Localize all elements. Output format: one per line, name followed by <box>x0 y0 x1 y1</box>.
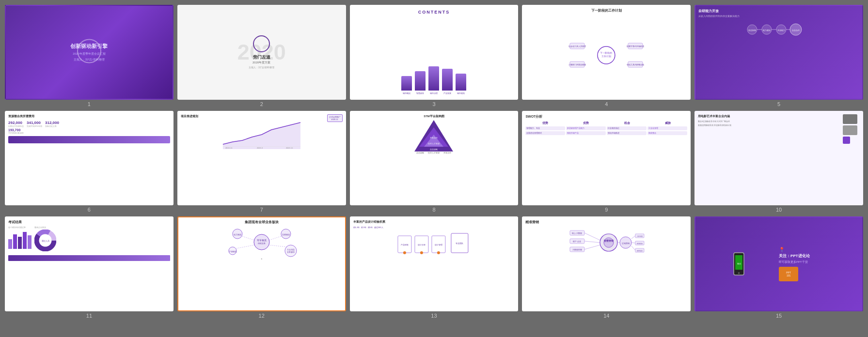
slide-6-wrapper: 资源整合类所需费用 292,000 以联合方告税年总 341,000 完成不到2… <box>5 111 174 213</box>
svg-text:2020.11: 2020.11 <box>286 147 293 149</box>
slide-12[interactable]: 集团现有全球业务版块 专车物流 传统业务 化工物流 互联物流 丁坝物流 大众消品… <box>177 216 346 311</box>
slide-3-bar-3 <box>428 66 439 91</box>
slide-10[interactable]: 用电影艺术丰富企业内涵 整合5位顶级名导与专大天学厂商合作 发掘启用新锐导演 开… <box>694 111 863 206</box>
svg-text:线下-企业: 线下-企业 <box>573 240 582 243</box>
slide-3-item-3: 城市治理 <box>428 66 439 94</box>
slide-3-wrapper: CONTENTS 城市概况 智慧政务 城市治理 <box>350 5 519 107</box>
svg-text:工作计划: 工作计划 <box>601 55 611 58</box>
svg-text:能力建设: 能力建设 <box>763 29 771 31</box>
slide-3-label-5: 城市规划 <box>457 92 465 94</box>
slide-2-author: 主报人：刘*总/资料整理 <box>249 66 274 69</box>
slide-2[interactable]: 2020 旁门左道 2020年度方案 主报人：刘*总/资料整理 <box>177 5 346 100</box>
slide-1-subtitle: 2020年度季年度会议汇报 <box>70 52 108 56</box>
slide-1-number: 1 <box>88 101 91 107</box>
svg-text:大样本量: 大样本量 <box>637 235 643 237</box>
svg-point-92 <box>738 272 740 274</box>
slide-9-wrapper: SWOT分析 优势 劣势 机会 威胁 管理能力、专业 多层级管理产品能力 行业领… <box>522 111 691 213</box>
slide-9-header-4: 威胁 <box>648 121 687 125</box>
slide-3-number: 3 <box>432 101 435 107</box>
slide-14-title: 精准营销 <box>525 220 687 225</box>
slide-3-items: 城市概况 智慧政务 城市治理 产业发展 <box>401 17 466 96</box>
slide-9-cell-7: 强化市场推进 <box>607 131 647 135</box>
slide-8[interactable]: STM平台架构图 品态战略 技术人才资源 开发合作 品态战略 技术人才资源 开发… <box>350 111 519 206</box>
slide-10-desc2: 发掘启用新锐导演 开启新导演培训计划 <box>698 124 843 126</box>
slide-2-subtitle: 2020年度方案 <box>249 61 274 65</box>
slide-grid: 创新驱动新引擎 2020年度季年度会议汇报 主报人：刘*总/资料整理 1 202… <box>5 5 863 319</box>
slide-4[interactable]: 下一阶段的工作计划 下一阶段的 工作计划 社会化工具人员管理 抓紧可替代市场机遇… <box>522 5 691 100</box>
slide-9-cell-4: 工业化管理 <box>647 126 687 130</box>
slide-5-content: 自研能力开放 从嵌入内部的软件到外供全案解决能力 初态探索 能力建设 开放能力 … <box>695 6 862 99</box>
slide-3-item-5: 城市规划 <box>456 74 466 94</box>
svg-line-50 <box>242 236 254 240</box>
slide-8-pyramid: 品态战略 技术人才资源 开发合作 <box>412 120 456 152</box>
slide-13-label-4: 超过500人 <box>374 226 383 229</box>
slide-9-title: SWOT分析 <box>525 114 687 119</box>
slide-9-cell-1: 管理能力、专业 <box>525 126 565 130</box>
slide-15-subtitle: 即可获取更多PPT干货 <box>779 260 859 264</box>
svg-text:专业团队: 专业团队 <box>455 242 463 245</box>
slide-11-donut: 通过人员 <box>34 230 56 251</box>
slide-7-title: 项目推进规划 <box>181 114 343 119</box>
slide-9[interactable]: SWOT分析 优势 劣势 机会 威胁 管理能力、专业 多层级管理产品能力 行业领… <box>522 111 691 206</box>
slide-7[interactable]: 项目推进规划 正式运营推广2020.11 2019.11 2020.3 2020… <box>177 111 346 206</box>
slide-5-title: 自研能力开放 <box>698 9 859 14</box>
slide-3[interactable]: CONTENTS 城市概况 智慧政务 城市治理 <box>350 5 519 100</box>
slide-15-title: 关注：PPT进化论 <box>779 253 859 259</box>
slide-15-wrapper: 微信 📍 关注：PPT进化论 即可获取更多PPT干货 PPT101 15 <box>694 216 863 319</box>
slide-14[interactable]: 精准营销 线上-大数据 线下-企业 大数据挖掘 智慧营销 泛域营销 <box>522 216 691 311</box>
svg-point-62 <box>437 251 440 254</box>
slide-3-item-2: 智慧政务 <box>415 71 426 94</box>
slide-12-number: 12 <box>259 313 265 319</box>
slide-12-content: 集团现有全球业务版块 专车物流 传统业务 化工物流 互联物流 丁坝物流 大众消品… <box>178 217 345 310</box>
svg-text:品态战略: 品态战略 <box>430 148 438 151</box>
slide-10-left: 用电影艺术丰富企业内涵 整合5位顶级名导与专大天学厂商合作 发掘启用新锐导演 开… <box>698 114 843 202</box>
slide-11-title: 考试结果 <box>8 220 170 225</box>
slide-8-labels: 品态战略 技术人才资源 开发合作 <box>416 152 451 154</box>
slide-11-bar-3 <box>18 237 22 249</box>
slide-9-number: 9 <box>605 207 608 213</box>
slide-15-phone-icon: 微信 <box>733 252 745 276</box>
slide-5-number: 5 <box>777 101 780 107</box>
svg-text:开发合作: 开发合作 <box>430 137 438 139</box>
slide-9-content: SWOT分析 优势 劣势 机会 威胁 管理能力、专业 多层级管理产品能力 行业领… <box>523 112 690 205</box>
slide-5[interactable]: 自研能力开放 从嵌入内部的软件到外供全案解决能力 初态探索 能力建设 开放能力 … <box>694 5 863 100</box>
slide-8-label-3: 开发合作 <box>443 152 451 154</box>
slide-13-label-2: 前3年 <box>361 226 366 229</box>
slide-10-content: 用电影艺术丰富企业内涵 整合5位顶级名导与专大天学厂商合作 发掘启用新锐导演 开… <box>695 112 862 205</box>
slide-11[interactable]: 考试结果 各个模块考试通过率 整体占比情况 <box>5 216 174 311</box>
slide-3-item-4: 产业发展 <box>442 69 453 94</box>
slide-8-content: STM平台架构图 品态战略 技术人才资源 开发合作 品态战略 技术人才资源 开发… <box>351 112 518 205</box>
slide-6-num-3: 312,000 实际法定义务 <box>45 121 59 127</box>
svg-text:传统业务: 传统业务 <box>258 242 266 245</box>
slide-2-title: 旁门左道 <box>249 54 274 61</box>
slide-2-number: 2 <box>260 101 263 107</box>
slide-1-inner: 创新驱动新引擎 2020年度季年度会议汇报 主报人：刘*总/资料整理 <box>70 43 108 61</box>
slide-14-diagram: 线上-大数据 线下-企业 大数据挖掘 智慧营销 泛域营销 大样本量 精准投放 <box>525 227 687 258</box>
slide-7-wrapper: 项目推进规划 正式运营推广2020.11 2019.11 2020.3 2020… <box>177 111 346 213</box>
slide-7-number: 7 <box>260 207 263 213</box>
svg-text:业务版块: 业务版块 <box>287 251 295 253</box>
slide-7-chart: 2019.11 2020.3 2020.11 <box>181 120 343 149</box>
slide-15[interactable]: 微信 📍 关注：PPT进化论 即可获取更多PPT干货 PPT101 <box>694 216 863 311</box>
slide-13[interactable]: 丰富的产品设计经验积累 前1-2年 前3年 前5年 超过500人 产品研发 设计… <box>350 216 519 311</box>
slide-11-charts: 各个模块考试通过率 整体占比情况 <box>8 226 170 253</box>
svg-text:大众消品: 大众消品 <box>287 248 295 251</box>
slide-9-cell-2: 多层级管理产品能力 <box>566 126 606 130</box>
slide-2-circle <box>253 35 270 52</box>
slide-11-sub1: 各个模块考试通过率 <box>8 226 32 229</box>
slide-6-number: 6 <box>88 207 91 213</box>
slide-11-bar-section: 各个模块考试通过率 <box>8 226 32 253</box>
slide-3-item-1: 城市概况 <box>401 76 412 94</box>
svg-text:强化工具内部整合能: 强化工具内部整合能 <box>627 63 644 66</box>
svg-line-83 <box>584 241 600 243</box>
slide-6[interactable]: 资源整合类所需费用 292,000 以联合方告税年总 341,000 完成不到2… <box>5 111 174 206</box>
svg-text:通过人员: 通过人员 <box>42 240 49 242</box>
slide-10-number: 10 <box>776 207 782 213</box>
slide-14-wrapper: 精准营销 线上-大数据 线下-企业 大数据挖掘 智慧营销 泛域营销 <box>522 216 691 319</box>
slide-1-content: 创新驱动新引擎 2020年度季年度会议汇报 主报人：刘*总/资料整理 <box>6 6 173 99</box>
svg-text:互联物流: 互联物流 <box>282 233 290 236</box>
svg-text:线上-大数据: 线上-大数据 <box>572 232 583 234</box>
slide-15-badge: PPT101 <box>779 267 798 281</box>
slide-11-bar-1 <box>8 239 12 249</box>
slide-1[interactable]: 创新驱动新引擎 2020年度季年度会议汇报 主报人：刘*总/资料整理 <box>5 5 174 100</box>
